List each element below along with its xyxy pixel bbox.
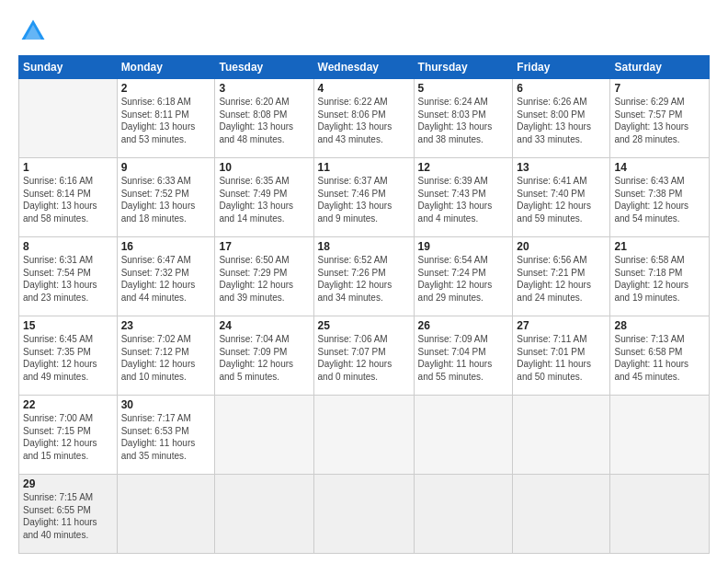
day-info: Sunrise: 7:11 AM Sunset: 7:01 PM Dayligh… <box>517 333 606 383</box>
calendar-cell <box>513 396 610 475</box>
calendar-header-tuesday: Tuesday <box>215 56 313 79</box>
day-number: 18 <box>318 240 410 253</box>
calendar-row-3: 15Sunrise: 6:45 AM Sunset: 7:35 PM Dayli… <box>19 316 710 396</box>
calendar-header-monday: Monday <box>117 56 215 79</box>
day-info: Sunrise: 7:13 AM Sunset: 6:58 PM Dayligh… <box>614 333 705 383</box>
day-number: 8 <box>23 240 113 253</box>
logo <box>18 17 53 46</box>
calendar-header-friday: Friday <box>513 56 610 79</box>
day-info: Sunrise: 6:22 AM Sunset: 8:06 PM Dayligh… <box>318 96 410 145</box>
calendar-row-0: 2Sunrise: 6:18 AM Sunset: 8:11 PM Daylig… <box>19 79 710 158</box>
day-number: 25 <box>318 319 410 332</box>
calendar-cell: 30Sunrise: 7:17 AM Sunset: 6:53 PM Dayli… <box>117 396 215 475</box>
day-number: 2 <box>121 82 211 95</box>
day-info: Sunrise: 7:17 AM Sunset: 6:53 PM Dayligh… <box>121 412 211 462</box>
calendar-cell <box>313 396 414 475</box>
calendar-cell: 11Sunrise: 6:37 AM Sunset: 7:46 PM Dayli… <box>313 158 414 237</box>
day-number: 13 <box>517 161 606 174</box>
day-number: 3 <box>219 82 309 95</box>
day-number: 28 <box>614 319 705 332</box>
calendar-row-5: 29Sunrise: 7:15 AM Sunset: 6:55 PM Dayli… <box>19 475 710 554</box>
day-info: Sunrise: 6:16 AM Sunset: 8:14 PM Dayligh… <box>23 175 113 224</box>
day-number: 4 <box>318 82 410 95</box>
day-number: 29 <box>23 477 113 490</box>
day-info: Sunrise: 6:20 AM Sunset: 8:08 PM Dayligh… <box>219 96 309 145</box>
calendar-header-wednesday: Wednesday <box>313 56 414 79</box>
day-number: 21 <box>614 240 705 253</box>
day-number: 14 <box>614 161 705 174</box>
calendar-cell <box>610 396 710 475</box>
calendar-table: SundayMondayTuesdayWednesdayThursdayFrid… <box>18 55 710 554</box>
calendar-cell: 9Sunrise: 6:33 AM Sunset: 7:52 PM Daylig… <box>117 158 215 237</box>
day-info: Sunrise: 7:00 AM Sunset: 7:15 PM Dayligh… <box>23 412 113 462</box>
calendar-cell: 19Sunrise: 6:54 AM Sunset: 7:24 PM Dayli… <box>414 237 513 316</box>
day-info: Sunrise: 6:29 AM Sunset: 7:57 PM Dayligh… <box>614 96 705 145</box>
day-number: 30 <box>121 398 211 411</box>
calendar-cell: 14Sunrise: 6:43 AM Sunset: 7:38 PM Dayli… <box>610 158 710 237</box>
day-info: Sunrise: 7:09 AM Sunset: 7:04 PM Dayligh… <box>418 333 509 383</box>
calendar-cell: 24Sunrise: 7:04 AM Sunset: 7:09 PM Dayli… <box>215 316 313 396</box>
calendar-cell: 7Sunrise: 6:29 AM Sunset: 7:57 PM Daylig… <box>610 79 710 158</box>
calendar-cell: 18Sunrise: 6:52 AM Sunset: 7:26 PM Dayli… <box>313 237 414 316</box>
day-info: Sunrise: 6:35 AM Sunset: 7:49 PM Dayligh… <box>219 175 309 224</box>
calendar-cell: 4Sunrise: 6:22 AM Sunset: 8:06 PM Daylig… <box>313 79 414 158</box>
day-info: Sunrise: 7:04 AM Sunset: 7:09 PM Dayligh… <box>219 333 309 383</box>
day-info: Sunrise: 6:47 AM Sunset: 7:32 PM Dayligh… <box>121 254 211 304</box>
calendar-cell: 21Sunrise: 6:58 AM Sunset: 7:18 PM Dayli… <box>610 237 710 316</box>
calendar-header-sunday: Sunday <box>19 56 118 79</box>
calendar-cell: 15Sunrise: 6:45 AM Sunset: 7:35 PM Dayli… <box>19 316 118 396</box>
calendar-cell <box>313 475 414 554</box>
day-info: Sunrise: 6:37 AM Sunset: 7:46 PM Dayligh… <box>318 175 410 224</box>
day-number: 22 <box>23 398 113 411</box>
calendar-cell <box>414 396 513 475</box>
day-info: Sunrise: 6:43 AM Sunset: 7:38 PM Dayligh… <box>614 175 705 224</box>
calendar-row-2: 8Sunrise: 6:31 AM Sunset: 7:54 PM Daylig… <box>19 237 710 316</box>
day-number: 23 <box>121 319 211 332</box>
calendar-cell <box>610 475 710 554</box>
calendar-cell: 29Sunrise: 7:15 AM Sunset: 6:55 PM Dayli… <box>19 475 118 554</box>
calendar-header-thursday: Thursday <box>414 56 513 79</box>
day-info: Sunrise: 6:50 AM Sunset: 7:29 PM Dayligh… <box>219 254 309 304</box>
day-info: Sunrise: 6:58 AM Sunset: 7:18 PM Dayligh… <box>614 254 705 304</box>
calendar-cell: 1Sunrise: 6:16 AM Sunset: 8:14 PM Daylig… <box>19 158 118 237</box>
day-info: Sunrise: 6:52 AM Sunset: 7:26 PM Dayligh… <box>318 254 410 304</box>
calendar-cell: 12Sunrise: 6:39 AM Sunset: 7:43 PM Dayli… <box>414 158 513 237</box>
day-number: 17 <box>219 240 309 253</box>
day-number: 11 <box>318 161 410 174</box>
day-info: Sunrise: 6:31 AM Sunset: 7:54 PM Dayligh… <box>23 254 113 304</box>
calendar-cell: 10Sunrise: 6:35 AM Sunset: 7:49 PM Dayli… <box>215 158 313 237</box>
day-number: 10 <box>219 161 309 174</box>
calendar-cell <box>513 475 610 554</box>
day-number: 1 <box>23 161 113 174</box>
day-number: 24 <box>219 319 309 332</box>
day-number: 7 <box>614 82 705 95</box>
calendar-cell: 8Sunrise: 6:31 AM Sunset: 7:54 PM Daylig… <box>19 237 118 316</box>
day-info: Sunrise: 6:24 AM Sunset: 8:03 PM Dayligh… <box>418 96 509 145</box>
day-info: Sunrise: 6:33 AM Sunset: 7:52 PM Dayligh… <box>121 175 211 224</box>
calendar-header-saturday: Saturday <box>610 56 710 79</box>
day-info: Sunrise: 6:26 AM Sunset: 8:00 PM Dayligh… <box>517 96 606 145</box>
day-info: Sunrise: 7:02 AM Sunset: 7:12 PM Dayligh… <box>121 333 211 383</box>
calendar-cell: 25Sunrise: 7:06 AM Sunset: 7:07 PM Dayli… <box>313 316 414 396</box>
day-number: 12 <box>418 161 509 174</box>
day-number: 5 <box>418 82 509 95</box>
day-number: 6 <box>517 82 606 95</box>
calendar-cell <box>117 475 215 554</box>
calendar-header-row: SundayMondayTuesdayWednesdayThursdayFrid… <box>19 56 710 79</box>
day-info: Sunrise: 6:45 AM Sunset: 7:35 PM Dayligh… <box>23 333 113 383</box>
calendar-cell: 5Sunrise: 6:24 AM Sunset: 8:03 PM Daylig… <box>414 79 513 158</box>
calendar-row-4: 22Sunrise: 7:00 AM Sunset: 7:15 PM Dayli… <box>19 396 710 475</box>
day-info: Sunrise: 6:39 AM Sunset: 7:43 PM Dayligh… <box>418 175 509 224</box>
calendar-cell: 27Sunrise: 7:11 AM Sunset: 7:01 PM Dayli… <box>513 316 610 396</box>
day-info: Sunrise: 6:54 AM Sunset: 7:24 PM Dayligh… <box>418 254 509 304</box>
calendar-cell: 20Sunrise: 6:56 AM Sunset: 7:21 PM Dayli… <box>513 237 610 316</box>
calendar-cell: 16Sunrise: 6:47 AM Sunset: 7:32 PM Dayli… <box>117 237 215 316</box>
calendar-cell: 23Sunrise: 7:02 AM Sunset: 7:12 PM Dayli… <box>117 316 215 396</box>
day-info: Sunrise: 7:06 AM Sunset: 7:07 PM Dayligh… <box>318 333 410 383</box>
page: SundayMondayTuesdayWednesdayThursdayFrid… <box>0 0 728 563</box>
day-number: 16 <box>121 240 211 253</box>
calendar-cell: 2Sunrise: 6:18 AM Sunset: 8:11 PM Daylig… <box>117 79 215 158</box>
calendar-cell <box>215 396 313 475</box>
day-info: Sunrise: 7:15 AM Sunset: 6:55 PM Dayligh… <box>23 491 113 541</box>
day-number: 26 <box>418 319 509 332</box>
